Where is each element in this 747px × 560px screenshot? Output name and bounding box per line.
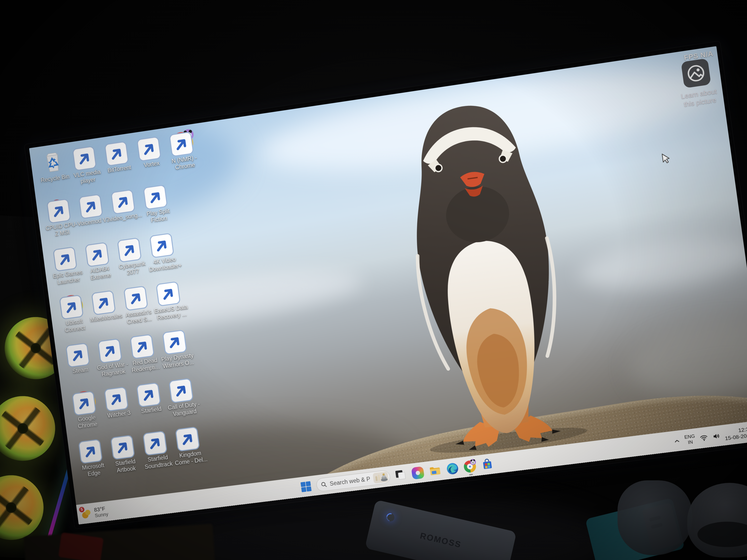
desktop-icon-easeus-data-recovery[interactable]: EaseUS Data Recovery ...	[150, 279, 190, 322]
shortcut-arrow-icon	[104, 141, 129, 166]
desktop-icon-label: Recycle Bin	[37, 172, 73, 184]
shortcut-arrow-icon	[162, 329, 187, 355]
shortcut-arrow-icon	[143, 431, 168, 456]
starfield-icon	[137, 381, 162, 407]
edge-taskbar-button[interactable]	[445, 461, 460, 476]
artbook-icon: STARFIELDART BOOK	[111, 434, 136, 459]
steam-icon	[66, 342, 91, 367]
ubisoft-icon	[60, 294, 84, 319]
picture-icon[interactable]	[681, 58, 711, 88]
rgb-fan	[0, 474, 45, 541]
cyberpunk-icon	[118, 236, 143, 262]
voicemod-icon	[79, 193, 104, 218]
shortcut-arrow-icon	[143, 184, 168, 210]
shortcut-arrow-icon	[156, 281, 181, 306]
desktop-icon-4k-video-downloader[interactable]: 4K Video Downloader+	[144, 231, 183, 273]
volume-icon[interactable]	[712, 432, 720, 441]
shortcut-arrow-icon	[98, 338, 122, 364]
shortcut-arrow-icon	[149, 233, 174, 258]
dynasty-icon	[163, 329, 188, 354]
desktop-icon-play-split-fiction[interactable]: SFPlay Split Fiction	[137, 183, 177, 225]
shortcut-arrow-icon	[117, 237, 142, 263]
file-explorer-button[interactable]	[428, 463, 443, 478]
shortcut-arrow-icon	[78, 194, 103, 219]
recycle-bin-icon	[41, 150, 65, 175]
shortcut-arrow-icon	[85, 242, 109, 267]
shortcut-arrow-icon	[110, 435, 135, 460]
vlc-cone-icon	[111, 188, 136, 214]
learn-about-picture-widget[interactable]: Learn about this picture	[674, 57, 721, 109]
shortcut-arrow-icon	[66, 343, 90, 368]
cod-icon	[169, 377, 194, 402]
shortcut-arrow-icon	[46, 198, 71, 224]
copilot-button[interactable]	[410, 465, 425, 480]
shortcut-arrow-icon	[136, 382, 161, 407]
chrome-panda-icon	[170, 131, 195, 156]
shortcut-arrow-icon	[110, 189, 135, 215]
shortcut-arrow-icon	[136, 136, 161, 162]
shortcut-arrow-icon	[72, 391, 96, 416]
artbook-icon: STARFIELDART BOOK	[143, 430, 168, 455]
shortcut-arrow-icon	[104, 386, 128, 412]
4k-icon	[150, 232, 175, 257]
power-bank-brand: ROMOSS	[419, 531, 462, 550]
spiderman-icon: SPIDER-MAN	[92, 289, 117, 314]
tray-chevron-up-icon[interactable]	[673, 437, 680, 444]
sf-tile-icon: SF	[144, 184, 168, 209]
shortcut-arrow-icon	[169, 131, 194, 157]
epic-icon: EPICGAMES	[53, 246, 78, 271]
shortcut-arrow-icon	[78, 439, 103, 464]
shortcut-arrow-icon	[53, 246, 77, 271]
microsoft-store-button[interactable]	[480, 457, 495, 472]
rgb-fan	[0, 395, 57, 462]
mouse-cursor	[659, 152, 673, 165]
start-button[interactable]	[299, 479, 313, 494]
vlc-cone-icon	[73, 145, 97, 170]
shortcut-arrow-icon	[169, 378, 194, 403]
task-view-button[interactable]	[393, 468, 408, 483]
chrome-icon	[73, 390, 97, 415]
gow-icon: GOD OF WAR	[98, 338, 123, 363]
search-highlight-image	[372, 472, 389, 484]
taskbar-clock[interactable]: 12:35 15-08-2025	[724, 425, 747, 441]
chrome-taskbar-button[interactable]	[462, 459, 477, 474]
active-app-indicator	[469, 474, 473, 476]
wifi-icon[interactable]	[699, 433, 708, 442]
shortcut-arrow-icon	[72, 146, 97, 171]
desktop-icon-call-of-duty-vanguard[interactable]: Call of Duty - Vanguard	[163, 376, 203, 418]
easeus-icon	[156, 280, 181, 305]
shortcut-arrow-icon	[123, 286, 148, 311]
cpuz-icon: CPU-Z	[47, 197, 72, 223]
search-placeholder: Search web & PC	[329, 475, 370, 487]
shortcut-arrow-icon	[59, 294, 84, 320]
desktop-icon-n-nmr-chrome[interactable]: N (NMR) - Chrome	[163, 130, 203, 172]
aida64-icon: 64	[85, 241, 110, 267]
vortex-icon	[137, 135, 162, 161]
kingdom-icon	[176, 426, 201, 451]
photo-scene: FPS N/A Learn about this picture Recycle…	[0, 0, 747, 560]
witcher-icon: WITCHER	[105, 386, 129, 411]
desktop-icon-kingdom-come-del[interactable]: Kingdom Come - Del...	[169, 425, 209, 467]
acshadows-icon: ASSASSINSSHADOWS	[124, 285, 149, 310]
headphones	[618, 480, 692, 555]
edge-icon	[79, 438, 103, 463]
language-indicator[interactable]: ENG IN	[684, 433, 696, 446]
shortcut-arrow-icon	[175, 427, 200, 452]
desktop-icon-play-dynasty-warriors-o[interactable]: Play Dynasty Warriors O...	[156, 328, 196, 370]
rdr-icon: RED DEAD	[130, 333, 155, 358]
sunny-weather-icon: 5	[80, 507, 93, 520]
shortcut-arrow-icon	[130, 334, 155, 359]
search-icon	[320, 481, 328, 488]
bittorrent-icon	[105, 140, 130, 165]
shortcut-arrow-icon	[91, 290, 116, 315]
taskbar-widgets-button[interactable]: 5 83°F Sunny	[80, 505, 108, 520]
